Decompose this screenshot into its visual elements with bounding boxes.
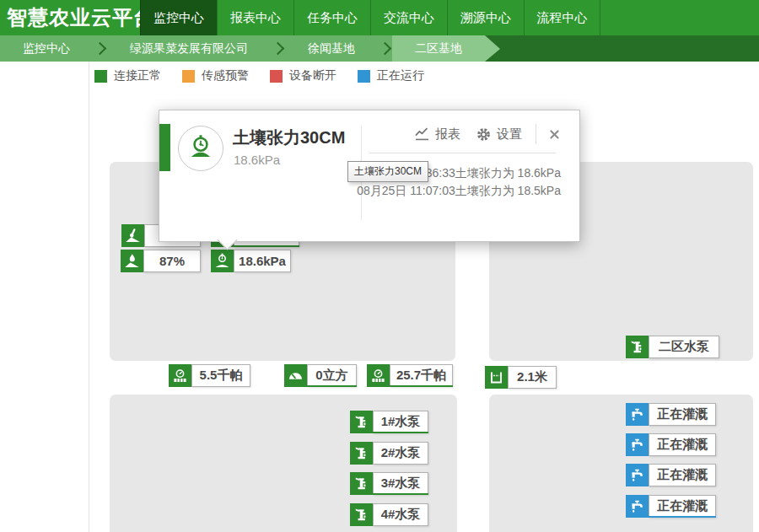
sensor-soil-tension-badge[interactable]: 18.6kPa [211, 250, 291, 272]
chevron-right-icon [379, 42, 392, 56]
breadcrumb-item-4[interactable]: 二区基地 [392, 35, 485, 62]
badge-status-underline [234, 245, 299, 247]
badge-label: 正在灌溉 [649, 403, 716, 426]
legend-item-4: 正在运行 [358, 68, 424, 83]
breadcrumb-item-1[interactable]: 监控中心 [0, 35, 93, 62]
flow-meter-icon [284, 364, 307, 387]
breadcrumb-item-3[interactable]: 徐闻基地 [285, 35, 378, 62]
badge-label: 二区水泵 [649, 336, 719, 358]
report-button[interactable]: 报表 [414, 126, 460, 142]
water-pump-icon [350, 503, 373, 526]
legend-swatch-icon [94, 70, 107, 83]
irrigation-3-badge[interactable]: 正在灌溉 [626, 464, 716, 486]
faucet-icon [626, 433, 649, 456]
legend-swatch-icon [270, 70, 283, 83]
irrigation-4-badge[interactable]: 正在灌溉 [626, 495, 716, 518]
pump-1-badge[interactable]: 1#水泵 [350, 411, 428, 433]
sensor-tooltip: 土壤张力30CM [347, 161, 428, 182]
water-pump-icon [350, 472, 373, 495]
badge-label: 0立方 [307, 364, 357, 387]
pressure-gauge-icon [169, 364, 191, 387]
badge-label: 25.7千帕 [390, 364, 453, 387]
legend-label: 传感预警 [202, 68, 249, 83]
pump-zone2-badge[interactable]: 二区水泵 [626, 336, 719, 358]
nav-item-6[interactable]: 流程中心 [524, 0, 600, 35]
legend-label: 设备断开 [289, 68, 336, 83]
breadcrumb-item-2[interactable]: 绿源果菜发展有限公司 [107, 35, 271, 62]
badge-status-underline [307, 385, 357, 387]
pump-4-badge[interactable]: 4#水泵 [350, 503, 428, 526]
chevron-right-icon [272, 42, 285, 56]
badge-status-underline [373, 432, 428, 433]
sensor-pressure-2-badge[interactable]: 25.7千帕 [367, 364, 453, 387]
irrigation-1-badge[interactable]: 正在灌溉 [626, 403, 716, 426]
close-icon[interactable] [548, 128, 561, 141]
nav-item-5[interactable]: 溯源中心 [447, 0, 524, 35]
badge-label: 87% [143, 250, 201, 272]
badge-label: 正在灌溉 [649, 433, 716, 456]
sensor-soil-moisture-badge[interactable]: 87% [121, 250, 201, 272]
irrigation-2-badge[interactable]: 正在灌溉 [626, 433, 716, 456]
badge-label: 1#水泵 [373, 411, 428, 433]
breadcrumb-arrow-tip [485, 35, 500, 62]
legend-item-2: 传感预警 [182, 68, 249, 83]
popup-divider-horizontal [369, 153, 556, 153]
badge-label: 2#水泵 [373, 442, 428, 465]
water-pump-icon [626, 336, 649, 358]
app-title: 智慧农业云平台 [7, 0, 154, 35]
legend-item-3: 设备断开 [270, 68, 336, 83]
settings-label: 设置 [497, 126, 522, 142]
chevron-right-icon [94, 42, 107, 56]
soil-temperature-icon [121, 224, 144, 247]
pump-3-badge[interactable]: 3#水泵 [350, 472, 428, 495]
badge-status-underline [649, 516, 716, 518]
sensor-water-level-badge[interactable]: 2.1米 [485, 366, 557, 389]
soil-tension-gauge-icon [178, 126, 223, 171]
history-line-2: 08月25日 11:07:03土壤张力为 18.5kPa [357, 182, 561, 200]
soil-moisture-icon [121, 250, 143, 272]
popup-accent-stripe [159, 124, 170, 171]
badge-label: 3#水泵 [373, 472, 428, 495]
nav-item-1[interactable]: 监控中心 [140, 0, 217, 35]
legend-swatch-icon [358, 70, 370, 83]
nav-item-4[interactable]: 交流中心 [370, 0, 447, 35]
popup-value: 18.6kPa [234, 153, 280, 167]
soil-tension-icon [211, 250, 234, 272]
nav-item-2[interactable]: 报表中心 [217, 0, 293, 35]
badge-label: 正在灌溉 [649, 495, 716, 518]
badge-label: 18.6kPa [234, 250, 291, 272]
settings-button[interactable]: 设置 [476, 126, 522, 142]
pressure-gauge-icon [367, 364, 390, 387]
popup-actions: 报表 设置 [399, 124, 561, 144]
badge-label: 正在灌溉 [649, 464, 716, 486]
gear-icon [476, 126, 492, 142]
status-legend: 连接正常传感预警设备断开正在运行 [94, 68, 424, 83]
badge-label: 2.1米 [508, 366, 557, 389]
report-label: 报表 [435, 126, 460, 142]
legend-item-1: 连接正常 [94, 68, 161, 83]
water-level-icon [485, 366, 508, 389]
faucet-icon [626, 464, 649, 486]
legend-label: 正在运行 [377, 68, 424, 83]
faucet-icon [626, 403, 649, 426]
actions-divider [536, 124, 536, 144]
left-gutter-divider [89, 62, 89, 532]
water-pump-icon [350, 411, 373, 433]
pump-2-badge[interactable]: 2#水泵 [350, 442, 428, 465]
nav-item-3[interactable]: 任务中心 [293, 0, 370, 35]
legend-label: 连接正常 [114, 68, 161, 83]
sensor-flow-badge[interactable]: 0立方 [284, 364, 357, 387]
main-nav: 监控中心报表中心任务中心交流中心溯源中心流程中心 [140, 0, 600, 35]
badge-status-underline [373, 493, 428, 495]
popup-title: 土壤张力30CM [233, 126, 345, 149]
water-pump-icon [350, 442, 373, 465]
top-nav-bar: 智慧农业云平台 监控中心报表中心任务中心交流中心溯源中心流程中心 [0, 0, 759, 35]
smart-agriculture-dashboard: 智慧农业云平台 监控中心报表中心任务中心交流中心溯源中心流程中心 监控中心绿源果… [0, 0, 759, 532]
badge-label: 4#水泵 [373, 503, 428, 526]
breadcrumb-trail: 监控中心绿源果菜发展有限公司徐闻基地二区基地 [0, 35, 485, 62]
badge-label: 5.5千帕 [191, 364, 250, 387]
breadcrumb: 监控中心绿源果菜发展有限公司徐闻基地二区基地 [0, 35, 759, 62]
badge-status-underline [390, 385, 453, 387]
sensor-pressure-1-badge[interactable]: 5.5千帕 [169, 364, 250, 387]
faucet-icon [626, 495, 649, 518]
